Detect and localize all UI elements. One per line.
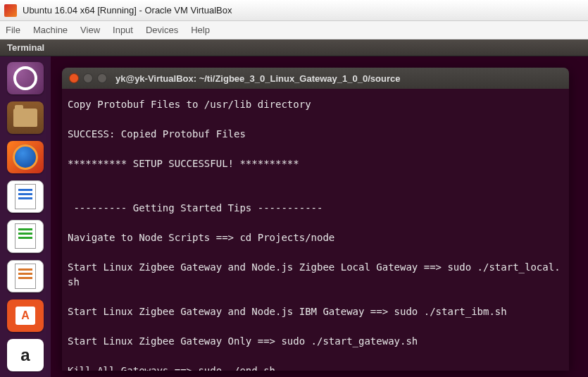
launcher-libreoffice-writer[interactable] [7,180,44,213]
shopping-bag-icon [15,307,35,325]
vbox-menubar: File Machine View Input Devices Help [0,21,588,39]
term-line: Start Linux Zigbee Gateway and Node.js I… [68,306,507,317]
menu-input[interactable]: Input [113,25,133,35]
guest-display: Terminal [0,39,588,377]
impress-doc-icon [15,264,36,289]
terminal-window: yk@yk-VirtualBox: ~/ti/Zigbee_3_0_Linux_… [62,68,569,371]
desktop-area: yk@yk-VirtualBox: ~/ti/Zigbee_3_0_Linux_… [51,56,588,377]
minimize-button[interactable] [83,73,93,83]
launcher-libreoffice-calc[interactable] [7,220,44,252]
launcher-amazon[interactable]: a [7,339,44,371]
menu-file[interactable]: File [6,25,20,35]
launcher-firefox[interactable] [7,141,44,173]
firefox-icon [13,144,38,170]
launcher-dash[interactable] [7,62,44,94]
menu-devices[interactable]: Devices [146,25,178,35]
term-line: Start Linux Zigbee Gateway Only ==> sudo… [68,335,418,347]
close-button[interactable] [69,73,79,83]
launcher-files[interactable] [7,101,44,134]
host-window-title: Ubuntu 16.04 x64 [Running] - Oracle VM V… [23,5,232,16]
folder-icon [13,109,37,127]
terminal-body[interactable]: Copy Protobuf Files to /usr/lib director… [62,89,569,371]
menu-view[interactable]: View [80,25,100,35]
launcher-ubuntu-software[interactable] [7,299,44,332]
gnome-titlebar[interactable]: Terminal [0,39,588,56]
menu-machine[interactable]: Machine [33,25,68,35]
menu-help[interactable]: Help [191,25,210,35]
term-line: --------- Getting Started Tips ---------… [68,202,323,214]
terminal-title: yk@yk-VirtualBox: ~/ti/Zigbee_3_0_Linux_… [115,73,400,84]
amazon-icon: a [20,345,30,365]
term-line: SUCCESS: Copied Protobuf Files [68,128,246,140]
term-line: Navigate to Node Scripts ==> cd Projects… [68,232,334,243]
term-line: Start Linux Zigbee Gateway and Node.js Z… [68,261,561,288]
unity-launcher: a [0,56,51,377]
maximize-button[interactable] [97,73,107,83]
term-line: Copy Protobuf Files to /usr/lib director… [68,99,311,110]
term-line: ********** SETUP SUCCESSFUL! ********** [68,158,299,169]
terminal-titlebar[interactable]: yk@yk-VirtualBox: ~/ti/Zigbee_3_0_Linux_… [62,68,569,89]
calc-doc-icon [15,223,36,249]
virtualbox-icon [4,4,17,17]
window-buttons [69,73,107,83]
term-line: Kill All Gateways ==> sudo ./end.sh [68,365,275,371]
host-titlebar: Ubuntu 16.04 x64 [Running] - Oracle VM V… [0,0,588,21]
guest-body: a yk@yk-VirtualBox: ~/ti/Zigbee_3_0_Linu… [0,56,588,377]
gnome-window-title: Terminal [7,42,44,53]
launcher-libreoffice-impress[interactable] [7,260,44,292]
writer-doc-icon [15,184,36,209]
ubuntu-logo-icon [13,66,37,90]
